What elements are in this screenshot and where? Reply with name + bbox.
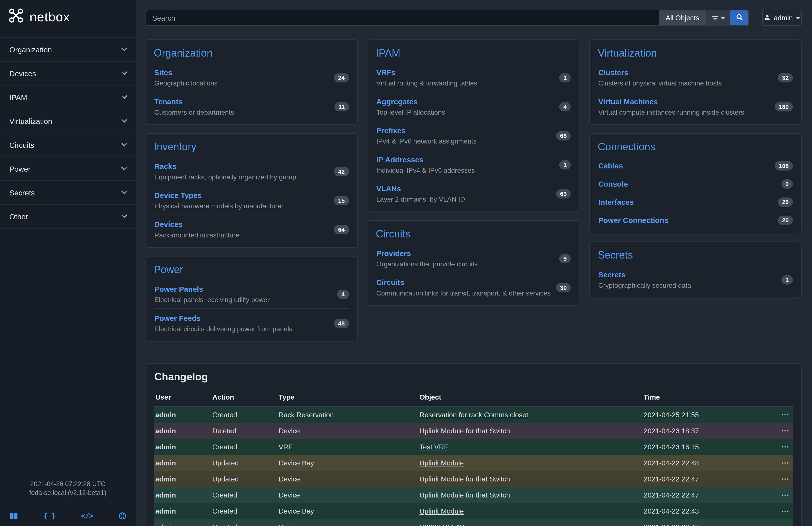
link-devices[interactable]: Devices xyxy=(155,221,183,229)
cell-user: admin xyxy=(155,503,211,519)
panel-title-ipam[interactable]: IPAM xyxy=(376,47,571,59)
link-vlans[interactable]: VLANs xyxy=(376,184,401,193)
cell-action: Updated xyxy=(211,471,278,487)
item-subtitle: Cryptographically secured data xyxy=(598,281,691,289)
search-submit-button[interactable] xyxy=(730,10,748,25)
panel-power: Power Power Panels Electrical panels rec… xyxy=(146,256,358,342)
table-row: admin Updated Device Bay Uplink Module 2… xyxy=(155,455,793,471)
cell-action: Updated xyxy=(211,455,278,471)
cell-object: Uplink Module for that Switch xyxy=(418,471,643,487)
item-text: Clusters Clusters of physical virtual ma… xyxy=(598,68,722,87)
cell-action: Created xyxy=(211,519,278,526)
cell-type: Device xyxy=(278,471,418,487)
cell-type: Device Bay xyxy=(278,503,418,519)
panel-title-secrets[interactable]: Secrets xyxy=(598,249,793,261)
object-text: Uplink Module for that Switch xyxy=(420,475,510,483)
sidebar-item-power[interactable]: Power xyxy=(0,157,135,181)
object-link[interactable]: Reservation for rack Comms closet xyxy=(420,411,528,419)
brand-name: netbox xyxy=(30,9,70,24)
row-actions-menu[interactable]: ··· xyxy=(770,471,793,487)
count-badge: 108 xyxy=(775,161,793,171)
object-link[interactable]: Test VRF xyxy=(420,443,448,451)
link-power-panels[interactable]: Power Panels xyxy=(155,285,203,293)
item-text: IP Addresses Individual IPv4 & IPv6 addr… xyxy=(376,155,475,174)
dashboard-columns: Organization Sites Geographic locations … xyxy=(146,40,802,350)
link-console[interactable]: Console xyxy=(598,180,628,188)
list-item: Power Feeds Electrical circuits deliveri… xyxy=(154,308,349,338)
column-header-user: User xyxy=(155,389,211,406)
row-actions-menu[interactable]: ··· xyxy=(770,455,793,471)
item-subtitle: Physical hardware models by manufacturer xyxy=(155,202,284,210)
panel-title-inventory[interactable]: Inventory xyxy=(154,141,349,153)
link-ip-addresses[interactable]: IP Addresses xyxy=(376,156,423,164)
link-device-types[interactable]: Device Types xyxy=(155,191,202,199)
topbar: All Objects xyxy=(146,10,802,26)
row-actions-menu[interactable]: ··· xyxy=(770,406,793,423)
item-subtitle: Clusters of physical virtual machine hos… xyxy=(598,80,722,87)
netbox-logo[interactable]: netbox xyxy=(0,0,135,32)
link-interfaces[interactable]: Interfaces xyxy=(598,198,634,206)
column-header-type: Type xyxy=(278,389,418,406)
row-actions-menu[interactable]: ··· xyxy=(770,423,793,439)
cell-time: 2021-04-22 22:42 xyxy=(643,519,770,526)
table-row: admin Created Device Bay Uplink Module 2… xyxy=(155,503,793,519)
sidebar-item-ipam[interactable]: IPAM xyxy=(0,85,135,109)
link-aggregates[interactable]: Aggregates xyxy=(376,98,418,106)
panel-organization: Organization Sites Geographic locations … xyxy=(146,40,358,125)
link-virtual-machines[interactable]: Virtual Machines xyxy=(598,98,658,106)
sidebar-nav: Organization Devices IPAM Virtualization… xyxy=(0,37,135,229)
row-actions-menu[interactable]: ··· xyxy=(770,439,793,455)
panel-title-power[interactable]: Power xyxy=(154,264,349,276)
panel-title-virtualization[interactable]: Virtualization xyxy=(598,47,793,59)
link-providers[interactable]: Providers xyxy=(376,249,411,257)
panel-title-organization[interactable]: Organization xyxy=(154,47,349,59)
sidebar-item-devices[interactable]: Devices xyxy=(0,61,135,85)
row-actions-menu[interactable]: ··· xyxy=(770,503,793,519)
code-icon[interactable]: </> xyxy=(81,512,93,520)
item-text: Circuits Communication links for transit… xyxy=(376,278,551,297)
panel-title-connections[interactable]: Connections xyxy=(598,141,793,153)
search-input[interactable] xyxy=(146,10,659,25)
link-vrfs[interactable]: VRFs xyxy=(376,68,395,76)
cell-type: Device xyxy=(278,423,418,439)
object-link[interactable]: C9200-NM-4G xyxy=(420,524,465,526)
docs-book-icon[interactable] xyxy=(9,512,18,520)
instance-version: foda-se.local (v2.12-beta1) xyxy=(0,489,135,498)
sidebar-item-circuits[interactable]: Circuits xyxy=(0,133,135,157)
link-secrets[interactable]: Secrets xyxy=(598,271,626,279)
item-text: Power Feeds Electrical circuits deliveri… xyxy=(155,313,292,333)
link-circuits[interactable]: Circuits xyxy=(376,279,404,287)
sidebar-item-other[interactable]: Other xyxy=(0,204,135,228)
sidebar-item-secrets[interactable]: Secrets xyxy=(0,180,135,204)
link-power-feeds[interactable]: Power Feeds xyxy=(155,314,201,322)
sidebar-item-virtualization[interactable]: Virtualization xyxy=(0,109,135,133)
rest-api-braces-icon[interactable]: { } xyxy=(43,512,56,520)
link-tenants[interactable]: Tenants xyxy=(155,98,183,106)
sidebar-item-organization[interactable]: Organization xyxy=(0,37,135,61)
cell-user: admin xyxy=(155,487,211,503)
link-prefixes[interactable]: Prefixes xyxy=(376,126,406,135)
column-header-actions xyxy=(770,389,793,406)
link-power-connections[interactable]: Power Connections xyxy=(598,216,668,224)
cell-user: admin xyxy=(155,406,211,423)
row-actions-menu[interactable]: ··· xyxy=(770,519,793,526)
link-clusters[interactable]: Clusters xyxy=(598,68,628,76)
filter-dropdown-button[interactable] xyxy=(706,10,730,25)
item-subtitle: Virtual routing & forwarding tables xyxy=(376,80,477,87)
object-link[interactable]: Uplink Module xyxy=(420,508,464,515)
list-item: Prefixes IPv4 & IPv6 network assignments… xyxy=(376,121,571,150)
table-row: admin Deleted Device Uplink Module for t… xyxy=(155,423,793,439)
link-cables[interactable]: Cables xyxy=(598,162,623,170)
user-menu-button[interactable]: admin xyxy=(762,10,802,26)
search-scope-dropdown[interactable]: All Objects xyxy=(659,10,706,25)
panel-title-circuits[interactable]: Circuits xyxy=(376,228,571,240)
item-subtitle: Individual IPv4 & IPv6 addresses xyxy=(376,166,475,174)
object-link[interactable]: Uplink Module xyxy=(420,459,464,467)
item-subtitle: Rack-mounted infrastructure xyxy=(155,231,240,239)
link-racks[interactable]: Racks xyxy=(155,162,176,171)
globe-icon[interactable] xyxy=(118,512,126,520)
row-actions-menu[interactable]: ··· xyxy=(770,487,793,503)
link-sites[interactable]: Sites xyxy=(155,68,172,76)
item-subtitle: Equipment racks, optionally organized by… xyxy=(155,173,296,181)
dashboard-column-2: IPAM VRFs Virtual routing & forwarding t… xyxy=(367,40,580,314)
